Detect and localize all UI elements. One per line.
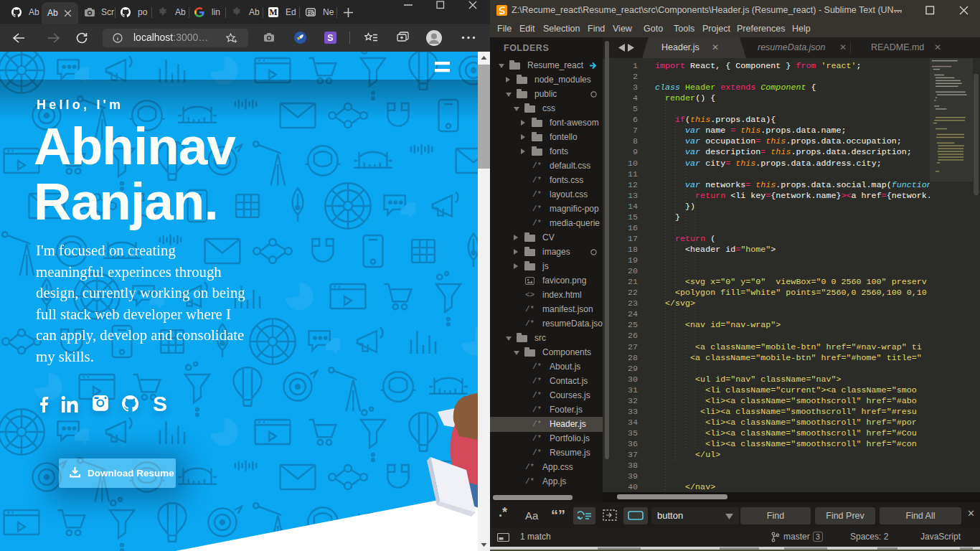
svg-text:S: S xyxy=(153,394,167,415)
svg-text:M: M xyxy=(269,7,277,17)
svg-text:S: S xyxy=(327,33,333,43)
